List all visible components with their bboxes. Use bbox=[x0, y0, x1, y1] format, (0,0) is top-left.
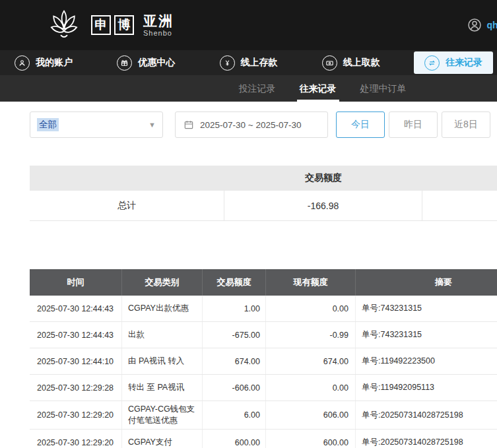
summary-total-row: 总计 -166.98 bbox=[30, 191, 497, 221]
cell-time: 2025-07-30 12:44:43 bbox=[30, 322, 122, 348]
summary-total-label: 总计 bbox=[30, 191, 224, 220]
yesterday-button[interactable]: 昨日 bbox=[389, 112, 438, 138]
cell-memo: 单号:743231315 bbox=[356, 296, 497, 321]
brand-logo: 申 博 亚洲 Shenbo bbox=[46, 7, 174, 43]
type-select[interactable]: 全部 ▼ bbox=[30, 112, 163, 138]
nav-label: 往来记录 bbox=[446, 57, 482, 69]
tab-transaction-records[interactable]: 往来记录 bbox=[288, 75, 348, 102]
table-row: 2025-07-30 12:44:43 出款 -675.00 -0.99 单号:… bbox=[30, 322, 497, 348]
table-row: 2025-07-30 12:44:10 由 PA视讯 转入 674.00 674… bbox=[30, 348, 497, 375]
nav-item-promo-center[interactable]: 优惠中心 bbox=[106, 50, 185, 75]
user-circle-icon bbox=[467, 17, 482, 33]
cell-balance: 0.00 bbox=[266, 375, 356, 400]
cell-amount: -675.00 bbox=[203, 322, 266, 348]
col-amount: 交易额度 bbox=[203, 269, 266, 296]
cell-balance: 600.00 bbox=[266, 430, 356, 448]
nav-label: 线上取款 bbox=[343, 57, 380, 69]
records-table: 时间 交易类别 交易额度 现有额度 摘要 2025-07-30 12:44:43… bbox=[30, 269, 497, 448]
table-row: 2025-07-30 12:29:20 CGPAY-CG钱包支付笔笔送优惠 6.… bbox=[30, 401, 497, 430]
calendar-icon bbox=[183, 119, 194, 130]
col-memo: 摘要 bbox=[356, 269, 497, 296]
cell-balance: 674.00 bbox=[266, 348, 356, 374]
summary-header-amount: 交易额度 bbox=[224, 172, 422, 184]
cell-amount: 6.00 bbox=[203, 401, 266, 429]
cell-balance: -0.99 bbox=[266, 322, 356, 348]
table-row: 2025-07-30 12:29:20 CGPAY支付 600.00 600.0… bbox=[30, 430, 497, 448]
cell-amount: 674.00 bbox=[203, 348, 266, 374]
type-select-value: 全部 bbox=[37, 118, 59, 131]
col-type: 交易类别 bbox=[122, 269, 203, 296]
nav-item-transaction-records[interactable]: 往来记录 bbox=[414, 51, 493, 74]
cell-type: CGPAY支付 bbox=[122, 430, 203, 448]
cell-amount: 600.00 bbox=[203, 430, 266, 448]
cell-time: 2025-07-30 12:29:20 bbox=[30, 430, 122, 448]
cell-type: CGPAY出款优惠 bbox=[122, 296, 203, 321]
records-icon bbox=[424, 55, 440, 71]
cell-memo: 单号:119492095113 bbox=[356, 375, 497, 400]
cell-time: 2025-07-30 12:29:28 bbox=[30, 375, 122, 400]
nav-item-online-deposit[interactable]: 线上存款 bbox=[209, 50, 288, 75]
brand-subtitle: Shenbo bbox=[143, 29, 174, 37]
nav-label: 线上存款 bbox=[241, 57, 278, 69]
flower-icon bbox=[46, 7, 82, 43]
cell-type: 转出 至 PA视讯 bbox=[122, 375, 203, 400]
tab-pending-orders[interactable]: 处理中订单 bbox=[348, 75, 418, 102]
chevron-down-icon: ▼ bbox=[149, 121, 156, 129]
cell-type: CGPAY-CG钱包支付笔笔送优惠 bbox=[122, 401, 203, 429]
table-row: 2025-07-30 12:44:43 CGPAY出款优惠 1.00 0.00 … bbox=[30, 296, 497, 322]
username: qhhv bbox=[487, 20, 497, 30]
nav-label: 我的账户 bbox=[36, 57, 73, 69]
cell-memo: 单号:202507314028725198 bbox=[356, 430, 497, 448]
nav-item-my-account[interactable]: 我的账户 bbox=[4, 50, 83, 75]
brand-region: 亚洲 bbox=[143, 13, 174, 28]
brand-char-1: 申 bbox=[91, 15, 111, 35]
sub-nav: 投注记录 往来记录 处理中订单 bbox=[0, 75, 497, 102]
withdraw-icon bbox=[322, 55, 337, 71]
cell-time: 2025-07-30 12:29:20 bbox=[30, 401, 122, 429]
last-8-days-button[interactable]: 近8日 bbox=[442, 112, 490, 138]
nav-label: 优惠中心 bbox=[138, 57, 175, 69]
summary-header-row: 交易额度 bbox=[30, 166, 497, 191]
filter-bar: 全部 ▼ 2025-07-30 ~ 2025-07-30 今日 昨日 近8日 bbox=[0, 102, 497, 138]
summary-total-value: -166.98 bbox=[224, 191, 422, 220]
cell-amount: 1.00 bbox=[203, 296, 266, 321]
today-button[interactable]: 今日 bbox=[336, 112, 385, 138]
user-account-link[interactable]: qhhv bbox=[467, 17, 497, 33]
date-range-input[interactable]: 2025-07-30 ~ 2025-07-30 bbox=[175, 112, 328, 138]
cell-balance: 606.00 bbox=[266, 401, 356, 429]
cell-type: 出款 bbox=[122, 322, 203, 348]
cell-balance: 0.00 bbox=[266, 296, 356, 321]
quick-date-buttons: 今日 昨日 近8日 bbox=[336, 112, 490, 138]
cell-time: 2025-07-30 12:44:43 bbox=[30, 296, 122, 321]
brand-header: 申 博 亚洲 Shenbo qhhv bbox=[0, 0, 497, 50]
main-nav: 我的账户 优惠中心 线上存款 线上取款 往来记录 bbox=[0, 50, 497, 75]
promo-icon bbox=[117, 55, 132, 71]
table-row: 2025-07-30 12:29:28 转出 至 PA视讯 -606.00 0.… bbox=[30, 375, 497, 401]
cell-amount: -606.00 bbox=[203, 375, 266, 400]
deposit-icon bbox=[220, 55, 235, 71]
nav-item-online-withdraw[interactable]: 线上取款 bbox=[312, 50, 391, 75]
brand-name-boxes: 申 博 bbox=[91, 15, 134, 35]
date-range-value: 2025-07-30 ~ 2025-07-30 bbox=[200, 120, 302, 130]
table-header-row: 时间 交易类别 交易额度 现有额度 摘要 bbox=[30, 269, 497, 296]
brand-char-2: 博 bbox=[114, 15, 134, 35]
cell-time: 2025-07-30 12:44:10 bbox=[30, 348, 122, 374]
cell-memo: 单号:119492223500 bbox=[356, 348, 497, 374]
summary-table: 交易额度 总计 -166.98 bbox=[30, 166, 497, 221]
col-time: 时间 bbox=[30, 269, 122, 296]
tab-bet-records[interactable]: 投注记录 bbox=[227, 75, 288, 102]
col-balance: 现有额度 bbox=[266, 269, 356, 296]
account-icon bbox=[15, 55, 30, 71]
cell-memo: 单号:202507314028725198 bbox=[356, 401, 497, 429]
cell-memo: 单号:743231315 bbox=[356, 322, 497, 348]
cell-type: 由 PA视讯 转入 bbox=[122, 348, 203, 374]
